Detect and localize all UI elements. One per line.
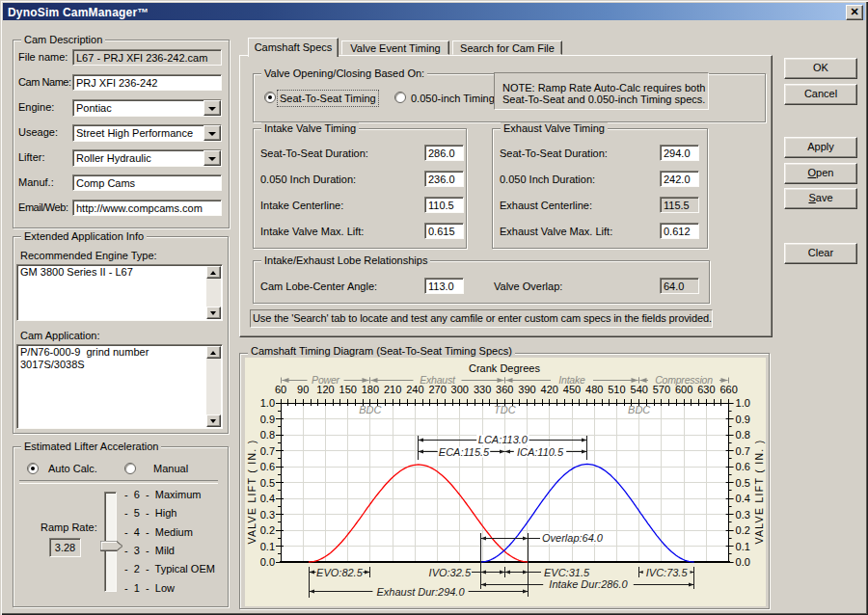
- svg-text:Compression: Compression: [655, 374, 713, 386]
- svg-text:VALVE LIFT ( IN. ): VALVE LIFT ( IN. ): [246, 439, 258, 544]
- svg-text:EVC:31.5: EVC:31.5: [544, 567, 590, 578]
- svg-text:ECA:115.5: ECA:115.5: [439, 446, 490, 458]
- svg-text:0.2: 0.2: [260, 524, 275, 536]
- svg-text:150: 150: [339, 384, 357, 395]
- svg-text:IVC:73.5: IVC:73.5: [646, 567, 689, 578]
- svg-text:60: 60: [275, 384, 286, 395]
- svg-text:360: 360: [496, 384, 513, 395]
- svg-text:0.1: 0.1: [260, 541, 275, 552]
- svg-text:390: 390: [518, 384, 535, 395]
- svg-text:510: 510: [608, 384, 625, 395]
- svg-text:0.0: 0.0: [260, 556, 275, 568]
- svg-text:0.4: 0.4: [736, 493, 750, 504]
- svg-text:Intake: Intake: [558, 374, 585, 386]
- svg-text:IVO:32.5: IVO:32.5: [429, 567, 472, 578]
- svg-text:0.3: 0.3: [260, 509, 275, 521]
- svg-text:0.6: 0.6: [736, 461, 750, 472]
- svg-text:0.9: 0.9: [260, 414, 275, 425]
- svg-text:210: 210: [384, 384, 401, 395]
- svg-text:0.9: 0.9: [736, 414, 750, 425]
- svg-text:1.0: 1.0: [260, 397, 275, 409]
- svg-text:ICA:110.5: ICA:110.5: [517, 446, 564, 458]
- svg-text:480: 480: [585, 384, 603, 395]
- svg-text:0.5: 0.5: [736, 477, 750, 489]
- svg-text:0.1: 0.1: [736, 541, 750, 552]
- svg-text:LCA:113.0: LCA:113.0: [478, 434, 529, 445]
- svg-text:0.8: 0.8: [260, 429, 275, 441]
- svg-text:0.2: 0.2: [736, 524, 750, 536]
- svg-text:0.8: 0.8: [736, 429, 750, 441]
- svg-text:540: 540: [631, 384, 648, 395]
- svg-text:330: 330: [474, 384, 491, 395]
- svg-text:0.5: 0.5: [260, 477, 275, 489]
- svg-text:180: 180: [362, 384, 379, 395]
- svg-text:420: 420: [541, 384, 558, 395]
- svg-text:EVO:82.5: EVO:82.5: [316, 567, 364, 578]
- svg-text:0.0: 0.0: [736, 556, 750, 568]
- svg-text:Power: Power: [312, 374, 339, 386]
- svg-text:VALVE LIFT ( IN. ): VALVE LIFT ( IN. ): [753, 439, 765, 544]
- svg-text:Exhaust Dur:294.0: Exhaust Dur:294.0: [376, 586, 465, 598]
- svg-text:BDC: BDC: [359, 404, 381, 415]
- svg-text:Exhaust: Exhaust: [420, 374, 456, 386]
- svg-text:0.7: 0.7: [260, 445, 275, 457]
- svg-text:0.7: 0.7: [736, 445, 750, 457]
- svg-text:660: 660: [719, 384, 737, 395]
- svg-text:Crank Degrees: Crank Degrees: [469, 362, 540, 374]
- svg-text:1.0: 1.0: [736, 397, 750, 409]
- svg-text:0.6: 0.6: [260, 461, 275, 472]
- svg-text:0.3: 0.3: [736, 509, 750, 521]
- svg-text:Intake Dur:286.0: Intake Dur:286.0: [549, 578, 628, 590]
- svg-text:0.4: 0.4: [260, 493, 275, 504]
- svg-text:90: 90: [297, 384, 309, 395]
- svg-text:TDC: TDC: [494, 404, 516, 415]
- svg-text:BDC: BDC: [628, 404, 650, 415]
- svg-text:Overlap:64.0: Overlap:64.0: [542, 532, 604, 544]
